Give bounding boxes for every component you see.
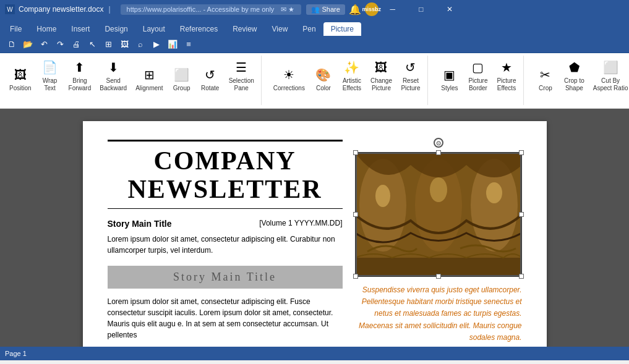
close-button[interactable]: ✕ bbox=[435, 0, 464, 19]
tab-insert[interactable]: Insert bbox=[64, 22, 97, 36]
qa-undo[interactable]: ↶ bbox=[37, 38, 51, 51]
tab-design[interactable]: Design bbox=[97, 22, 135, 36]
crop-to-shape-icon: ⬟ bbox=[564, 57, 584, 77]
change-picture-button[interactable]: 🖼 ChangePicture bbox=[367, 56, 395, 94]
tab-view[interactable]: View bbox=[265, 22, 296, 36]
tab-home[interactable]: Home bbox=[29, 22, 64, 36]
artistic-effects-button[interactable]: ✨ ArtisticEffects bbox=[339, 56, 365, 94]
qa-more[interactable]: ≡ bbox=[182, 38, 195, 51]
ribbon-group-crop: ✂ Crop ⬟ Crop toShape ⬜ Cut ByAspect Rat… bbox=[529, 56, 629, 105]
send-backward-label: SendBackward bbox=[100, 77, 127, 92]
tab-review[interactable]: Review bbox=[225, 22, 264, 36]
user-avatar[interactable]: missbz bbox=[365, 2, 379, 16]
color-button[interactable]: 🎨 Color bbox=[310, 63, 336, 94]
selected-image[interactable]: ⊙ bbox=[355, 152, 522, 277]
styles-icon: ▣ bbox=[440, 65, 460, 85]
body-text-1: Lorem ipsum dolor sit amet, consectetur … bbox=[108, 234, 343, 256]
wrap-text-button[interactable]: 📄 WrapText bbox=[37, 56, 63, 94]
title-bar-right: 👥 Share 🔔 missbz bbox=[306, 2, 379, 16]
alignment-button[interactable]: ⊞ Alignment bbox=[132, 63, 166, 94]
picture-border-icon: ▢ bbox=[468, 57, 488, 77]
qa-table[interactable]: ⊞ bbox=[101, 38, 115, 51]
handle-middle-right[interactable] bbox=[519, 212, 524, 217]
rotate-button[interactable]: ↺ Rotate bbox=[197, 63, 223, 94]
story-title-row: Story Main Title [Volume 1 YYYY.MM.DD] bbox=[108, 219, 343, 229]
qa-image[interactable]: 🖼 bbox=[118, 38, 131, 51]
color-label: Color bbox=[316, 85, 331, 92]
story-header-bar: Story Main Title bbox=[108, 266, 343, 289]
document-area: COMPANYNEWSLETTER Story Main Title [Volu… bbox=[0, 109, 629, 347]
send-backward-icon: ⬇ bbox=[103, 57, 123, 77]
share-button[interactable]: 👥 Share bbox=[306, 4, 345, 15]
group-icon: ⬜ bbox=[172, 65, 192, 85]
qa-cursor[interactable]: ↖ bbox=[85, 38, 99, 51]
color-icon: 🎨 bbox=[314, 65, 333, 85]
qa-chart[interactable]: 📊 bbox=[166, 38, 179, 51]
crop-button[interactable]: ✂ Crop bbox=[533, 63, 558, 94]
handle-bottom-right[interactable] bbox=[519, 274, 524, 279]
quick-access-toolbar: 🗋 📂 ↶ ↷ 🖨 ↖ ⊞ 🖼 ⌕ ▶ 📊 ≡ bbox=[0, 36, 629, 53]
bring-forward-button[interactable]: ⬆ BringForward bbox=[66, 56, 95, 94]
tab-references[interactable]: References bbox=[173, 22, 225, 36]
handle-top-right[interactable] bbox=[519, 150, 524, 155]
ribbon: 🖼 Position 📄 WrapText ⬆ BringForward ⬇ S… bbox=[0, 53, 629, 109]
crop-to-shape-button[interactable]: ⬟ Crop toShape bbox=[561, 56, 588, 94]
handle-bottom-middle[interactable] bbox=[436, 274, 441, 279]
selection-pane-icon: ☰ bbox=[231, 57, 251, 77]
qa-redo[interactable]: ↷ bbox=[53, 38, 67, 51]
tab-layout[interactable]: Layout bbox=[135, 22, 173, 36]
notification-icon[interactable]: 🔔 bbox=[349, 4, 361, 15]
status-bar: Page 1 bbox=[0, 347, 629, 360]
picture-effects-label: PictureEffects bbox=[497, 77, 516, 92]
ribbon-group-adjust: ☀ Corrections 🎨 Color ✨ ArtisticEffects … bbox=[267, 56, 428, 105]
handle-top-middle[interactable] bbox=[436, 150, 441, 155]
rotate-handle[interactable]: ⊙ bbox=[434, 138, 443, 148]
corrections-label: Corrections bbox=[273, 85, 305, 92]
left-column: COMPANYNEWSLETTER Story Main Title [Volu… bbox=[108, 140, 343, 347]
handle-middle-left[interactable] bbox=[353, 212, 358, 217]
minimize-button[interactable]: ─ bbox=[379, 0, 407, 19]
group-label: Group bbox=[173, 85, 190, 92]
maximize-button[interactable]: □ bbox=[407, 0, 435, 19]
tab-picture[interactable]: Picture bbox=[323, 22, 361, 36]
handle-bottom-left[interactable] bbox=[353, 274, 358, 279]
artistic-effects-icon: ✨ bbox=[342, 57, 362, 77]
image-caption: Suspendisse viverra quis justo eget ulla… bbox=[355, 284, 522, 344]
alignment-label: Alignment bbox=[135, 85, 163, 92]
reset-picture-button[interactable]: ↺ ResetPicture bbox=[398, 56, 424, 94]
qa-open[interactable]: 📂 bbox=[21, 38, 35, 51]
selection-pane-label: SelectionPane bbox=[229, 77, 254, 92]
send-backward-button[interactable]: ⬇ SendBackward bbox=[96, 56, 130, 94]
selection-pane-button[interactable]: ☰ SelectionPane bbox=[226, 56, 257, 94]
qa-new[interactable]: 🗋 bbox=[5, 38, 19, 51]
cut-by-aspect-ratio-label: Cut ByAspect Ratio bbox=[593, 77, 628, 92]
change-picture-label: ChangePicture bbox=[370, 77, 392, 92]
styles-button[interactable]: ▣ Styles bbox=[437, 63, 463, 94]
crop-icon: ✂ bbox=[536, 65, 555, 85]
qa-search[interactable]: ⌕ bbox=[134, 38, 147, 51]
tab-file[interactable]: File bbox=[2, 22, 29, 36]
position-label: Position bbox=[9, 85, 32, 92]
cut-by-aspect-ratio-icon: ⬜ bbox=[601, 57, 620, 77]
alignment-icon: ⊞ bbox=[139, 65, 159, 85]
artistic-effects-label: ArtisticEffects bbox=[343, 77, 361, 92]
cut-by-aspect-ratio-button[interactable]: ⬜ Cut ByAspect Ratio bbox=[590, 56, 629, 94]
handle-top-left[interactable] bbox=[353, 150, 358, 155]
picture-effects-button[interactable]: ★ PictureEffects bbox=[494, 56, 520, 94]
group-button[interactable]: ⬜ Group bbox=[169, 63, 195, 94]
change-picture-icon: 🖼 bbox=[371, 57, 391, 77]
qa-print[interactable]: 🖨 bbox=[69, 38, 83, 51]
corrections-button[interactable]: ☀ Corrections bbox=[270, 63, 308, 94]
right-column: ⊙ bbox=[355, 140, 522, 347]
position-button[interactable]: 🖼 Position bbox=[6, 63, 35, 94]
position-icon: 🖼 bbox=[11, 65, 30, 85]
reset-picture-label: ResetPicture bbox=[401, 77, 420, 92]
picture-border-button[interactable]: ▢ PictureBorder bbox=[465, 56, 491, 94]
page: COMPANYNEWSLETTER Story Main Title [Volu… bbox=[83, 121, 547, 347]
qa-extra[interactable]: ▶ bbox=[150, 38, 163, 51]
tab-pen[interactable]: Pen bbox=[295, 22, 323, 36]
newsletter-title: COMPANYNEWSLETTER bbox=[108, 140, 343, 209]
crop-label: Crop bbox=[539, 85, 552, 92]
rotate-label: Rotate bbox=[201, 85, 219, 92]
url-bar[interactable]: https://www.polarisoffic... - Accessible… bbox=[121, 4, 301, 15]
